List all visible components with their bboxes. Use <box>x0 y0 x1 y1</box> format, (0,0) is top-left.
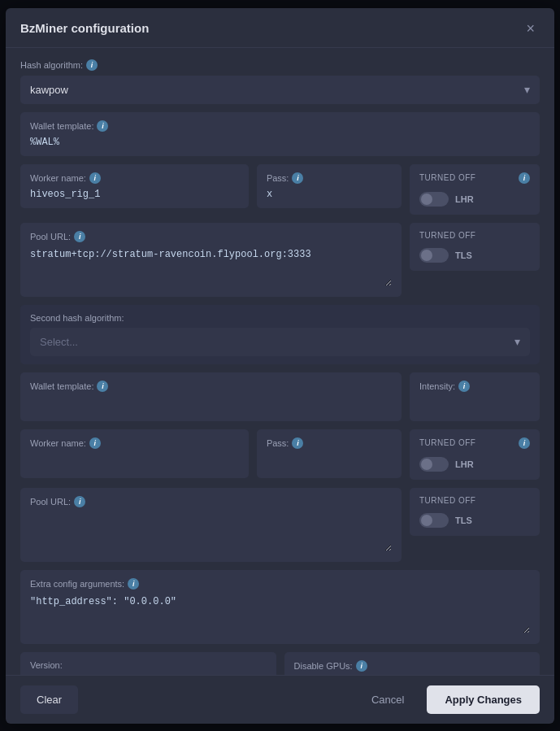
intensity-label: Intensity: i <box>419 381 530 392</box>
pool-url-1-label: Pool URL: i <box>30 231 392 242</box>
worker-name-2-info-icon[interactable]: i <box>89 437 101 449</box>
intensity-col: Intensity: i <box>410 372 540 421</box>
pool-url-2-label: Pool URL: i <box>30 496 392 507</box>
wallet-template-1-group: Wallet template: i %WAL% <box>20 112 540 156</box>
lhr-2-col: TURNED OFF i LHR <box>410 429 540 480</box>
pass-1-info-icon[interactable]: i <box>292 172 303 184</box>
modal-footer: Clear Cancel Apply Changes <box>6 675 554 724</box>
second-hash-label: Second hash algorithm: <box>30 313 530 323</box>
hash-algorithm-info-icon[interactable]: i <box>86 59 98 71</box>
version-label: Version: <box>30 660 267 670</box>
tls-2-label: TURNED OFF <box>419 496 475 505</box>
worker-pass-lhr-2-row: Worker name: i Pass: i <box>20 429 540 480</box>
wallet-intensity-row: Wallet template: i Intensity: i <box>20 372 540 421</box>
second-hash-group: Second hash algorithm: Select... ▾ <box>20 305 540 364</box>
wallet-template-2-group: Wallet template: i <box>20 372 402 421</box>
disable-gpus-group: Disable GPUs: i <box>284 652 540 675</box>
tls-2-toggle-row: TURNED OFF <box>419 496 530 505</box>
pool-tls-1-row: Pool URL: i TURNED OFF TLS <box>20 223 540 297</box>
worker-name-2-label: Worker name: i <box>30 437 239 449</box>
pass-2-value[interactable] <box>267 454 392 470</box>
lhr-1-toggle-group: TURNED OFF i LHR <box>410 164 540 215</box>
pool-url-2-info-icon[interactable]: i <box>74 496 85 507</box>
pool-url-1-info-icon[interactable]: i <box>74 231 85 242</box>
intensity-group: Intensity: i <box>410 372 540 421</box>
pass-1-label: Pass: i <box>267 172 392 184</box>
hash-algorithm-group: Hash algorithm: i kawpow ▾ <box>20 59 540 104</box>
tls-1-toggle-controls: TLS <box>419 248 530 263</box>
second-hash-select[interactable]: Select... <box>30 328 530 356</box>
tls-1-toggle-switch[interactable] <box>419 248 449 263</box>
wallet-template-1-value[interactable]: %WAL% <box>30 137 530 148</box>
worker-pass-lhr-row: Worker name: i hiveos_rig_1 Pass: i x <box>20 164 540 215</box>
apply-changes-button[interactable]: Apply Changes <box>427 685 540 714</box>
hash-algorithm-label: Hash algorithm: i <box>20 59 540 71</box>
tls-2-col: TURNED OFF TLS <box>410 488 540 562</box>
extra-config-info-icon[interactable]: i <box>128 578 139 590</box>
lhr-2-toggle-switch[interactable] <box>419 457 449 472</box>
worker-name-1-group: Worker name: i hiveos_rig_1 <box>20 164 249 208</box>
pool-url-1-group: Pool URL: i <box>20 223 402 297</box>
wallet-template-1-info-icon[interactable]: i <box>97 120 108 132</box>
pool-url-2-group: Pool URL: i <box>20 488 402 562</box>
modal-dialog: BzMiner configuration × Hash algorithm: … <box>6 8 554 724</box>
disable-gpus-info-icon[interactable]: i <box>356 660 367 672</box>
pass-1-value[interactable]: x <box>267 189 392 200</box>
worker-name-1-info-icon[interactable]: i <box>89 172 101 184</box>
pool-tls-2-row: Pool URL: i TURNED OFF TLS <box>20 488 540 562</box>
modal-title: BzMiner configuration <box>20 21 149 35</box>
modal-header: BzMiner configuration × <box>6 8 554 48</box>
tls-1-toggle-group: TURNED OFF TLS <box>410 223 540 271</box>
pool-url-2-textarea[interactable] <box>30 512 392 551</box>
version-group: Version: The latest ▾ <box>20 652 276 675</box>
intensity-value[interactable] <box>419 397 530 413</box>
lhr-1-toggle-switch[interactable] <box>419 192 449 207</box>
worker-pass-col: Worker name: i hiveos_rig_1 Pass: i x <box>20 164 402 215</box>
hash-algorithm-select[interactable]: kawpow <box>20 76 540 104</box>
extra-config-label: Extra config arguments: i <box>30 578 530 590</box>
lhr-2-toggle-row: TURNED OFF i <box>419 437 530 449</box>
close-button[interactable]: × <box>521 20 540 37</box>
extra-config-textarea[interactable] <box>30 594 530 633</box>
lhr-2-toggle-group: TURNED OFF i LHR <box>410 429 540 480</box>
pass-2-info-icon[interactable]: i <box>292 437 303 449</box>
pass-1-group: Pass: i x <box>257 164 402 208</box>
modal-overlay: BzMiner configuration × Hash algorithm: … <box>0 0 560 731</box>
wallet-template-2-info-icon[interactable]: i <box>97 381 108 392</box>
intensity-info-icon[interactable]: i <box>458 381 470 392</box>
second-hash-select-wrapper: Select... ▾ <box>30 328 530 356</box>
modal-body: Hash algorithm: i kawpow ▾ Wallet templa… <box>6 48 554 675</box>
lhr-2-toggle-controls: LHR <box>419 457 530 472</box>
pool-url-1-textarea[interactable] <box>30 247 392 286</box>
lhr-2-info-icon[interactable]: i <box>519 437 530 449</box>
wallet-template-2-value[interactable] <box>30 397 392 413</box>
hash-algorithm-select-wrapper: kawpow ▾ <box>20 76 540 104</box>
lhr-1-label: TURNED OFF <box>419 173 475 182</box>
worker-name-1-label: Worker name: i <box>30 172 239 184</box>
pass-2-group: Pass: i <box>257 429 402 478</box>
worker-name-1-value[interactable]: hiveos_rig_1 <box>30 189 239 200</box>
wallet-template-2-col: Wallet template: i <box>20 372 402 421</box>
disable-gpus-label: Disable GPUs: i <box>294 660 531 672</box>
wallet-template-1-label: Wallet template: i <box>30 120 530 132</box>
tls-1-label: TURNED OFF <box>419 231 475 240</box>
tls-1-col: TURNED OFF TLS <box>410 223 540 297</box>
lhr-1-toggle-row: TURNED OFF i <box>419 172 530 184</box>
cancel-button[interactable]: Cancel <box>357 685 419 714</box>
lhr-1-tag: LHR <box>455 194 474 204</box>
pool-url-2-col: Pool URL: i <box>20 488 402 562</box>
worker-name-2-group: Worker name: i <box>20 429 249 478</box>
worker-pass-inner: Worker name: i hiveos_rig_1 Pass: i x <box>20 164 402 208</box>
footer-actions: Cancel Apply Changes <box>357 685 540 714</box>
lhr-2-tag: LHR <box>455 459 474 469</box>
worker-name-2-value[interactable] <box>30 454 239 470</box>
version-gpus-row: Version: The latest ▾ Disable GPUs: i <box>20 652 540 675</box>
worker-pass-2-inner: Worker name: i Pass: i <box>20 429 402 478</box>
pool-url-1-col: Pool URL: i <box>20 223 402 297</box>
tls-2-toggle-controls: TLS <box>419 513 530 528</box>
lhr-2-label: TURNED OFF <box>419 438 475 447</box>
pass-2-label: Pass: i <box>267 437 392 449</box>
clear-button[interactable]: Clear <box>20 685 78 714</box>
tls-2-toggle-switch[interactable] <box>419 513 449 528</box>
lhr-1-info-icon[interactable]: i <box>519 172 530 184</box>
